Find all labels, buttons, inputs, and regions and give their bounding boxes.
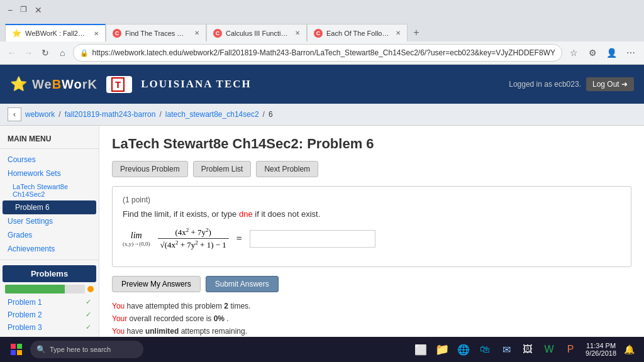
attempts-section: You have attempted this problem 2 times.… <box>112 300 631 338</box>
header-right: Logged in as ecb023. Log Out ➜ <box>509 77 634 91</box>
sidebar-item-grades[interactable]: Grades <box>0 228 99 242</box>
tab-label-following: Each Of The Following Func <box>326 30 389 37</box>
check-icon-2: ✓ <box>86 310 91 319</box>
notifications-icon[interactable]: 🔔 <box>619 339 639 359</box>
denominator: √(4x2 + 7y2 + 1) − 1 <box>158 239 229 251</box>
new-tab-button[interactable]: + <box>408 24 425 41</box>
answer-input[interactable] <box>250 230 375 248</box>
breadcrumb-webwork[interactable]: webwork <box>25 110 55 119</box>
taskbar-edge[interactable]: 🌐 <box>453 339 474 359</box>
sidebar-divider-2 <box>0 260 99 260</box>
address-bar-row: ← → ↻ ⌂ 🔒 https://webwork.latech.edu/web… <box>0 41 644 64</box>
breadcrumb-set[interactable]: latech_stewart8e_ch14sec2 <box>165 110 259 119</box>
menu-icon[interactable]: ⋯ <box>623 45 639 61</box>
attempts-line-3: You have unlimited attempts remaining. <box>112 325 631 337</box>
submit-answers-button[interactable]: Submit Answers <box>206 276 279 292</box>
window-controls[interactable]: − ❐ ✕ <box>5 5 45 15</box>
problem-item-3[interactable]: Problem 3✓ <box>0 321 99 334</box>
close-icon[interactable]: ✕ <box>32 5 45 15</box>
bookmark-icon[interactable]: ☆ <box>566 45 582 61</box>
app-header: ⭐ WeBWorK T LOUISIANA TECH Logged in as … <box>0 65 644 104</box>
problem-item-1[interactable]: Problem 1✓ <box>0 296 99 309</box>
problems-header: Problems <box>3 265 96 282</box>
address-bar[interactable]: 🔒 https://webwork.latech.edu/webwork2/Fa… <box>73 44 562 62</box>
progress-fill <box>5 285 65 293</box>
you-highlight-3: You <box>112 327 125 336</box>
lock-icon: 🔒 <box>80 49 89 57</box>
logged-in-text: Logged in as ecb023. <box>509 80 581 89</box>
start-button[interactable] <box>5 339 28 359</box>
sidebar-item-homework-sets[interactable]: Homework Sets <box>0 167 99 180</box>
header-left: ⭐ WeBWorK T LOUISIANA TECH <box>10 76 252 93</box>
next-problem-button[interactable]: Next Problem <box>256 161 318 177</box>
taskbar-word[interactable]: W <box>539 339 559 359</box>
problem-nav: Previous Problem Problem List Next Probl… <box>112 161 631 177</box>
extensions-icon[interactable]: ⚙ <box>585 45 601 61</box>
you-highlight-1: You <box>112 302 125 310</box>
tab-webwork[interactable]: ⭐ WeBWorK : Fall201819-I ✕ <box>5 24 106 41</box>
numerator: (4x2 + 7y2) <box>172 226 214 238</box>
home-button[interactable]: ⌂ <box>56 45 69 61</box>
progress-bar-container <box>5 285 94 293</box>
sidebar-item-problem6[interactable]: Problem 6 <box>3 200 96 214</box>
taskbar: 🔍 Type here to search ⬜ 📁 🌐 🛍 ✉ 🖼 W P 11… <box>0 337 644 362</box>
unlimited-text: unlimited <box>145 327 179 336</box>
sidebar-item-latech[interactable]: LaTech Stewart8e Ch14Sec2 <box>0 180 99 200</box>
problem-list-button[interactable]: Problem List <box>193 161 252 177</box>
tab-favicon-traces: C <box>113 29 121 38</box>
browser-chrome: − ❐ ✕ ⭐ WeBWorK : Fall201819-I ✕ C Find … <box>0 0 644 65</box>
taskbar-icons: ⬜ 📁 🌐 🛍 ✉ 🖼 W P <box>411 339 580 359</box>
attempts-remaining: attempts remaining. <box>181 327 247 336</box>
sidebar-item-courses[interactable]: Courses <box>0 153 99 167</box>
equals-sign: = <box>236 233 242 244</box>
progress-bar <box>5 285 85 293</box>
toolbar-icons: ☆ ⚙ 👤 ⋯ <box>566 45 639 61</box>
taskbar-photos[interactable]: 🖼 <box>518 339 538 359</box>
tab-following[interactable]: C Each Of The Following Func ✕ <box>307 24 408 41</box>
tab-bar: ⭐ WeBWorK : Fall201819-I ✕ C Find The Tr… <box>0 20 644 41</box>
prev-problem-button[interactable]: Previous Problem <box>112 161 188 177</box>
sidebar-divider-1 <box>0 148 99 149</box>
forward-button[interactable]: → <box>22 45 35 61</box>
minimize-icon[interactable]: − <box>5 5 15 15</box>
logout-button[interactable]: Log Out ➜ <box>586 77 634 91</box>
svg-rect-0 <box>11 344 16 349</box>
restore-icon[interactable]: ❐ <box>18 5 30 15</box>
tab-close-following[interactable]: ✕ <box>396 30 401 36</box>
tab-close-webwork[interactable]: ✕ <box>94 30 99 37</box>
user-profile-icon[interactable]: 👤 <box>604 45 620 61</box>
tab-traces[interactable]: C Find The Traces Of The Surf ✕ <box>106 24 206 41</box>
instruction-text: Find the limit, if it exists, or type <box>123 209 239 219</box>
breadcrumb-back-button[interactable]: ‹ <box>8 107 21 121</box>
check-icon-3: ✓ <box>86 323 91 332</box>
taskbar-task-view[interactable]: ⬜ <box>411 339 431 359</box>
sidebar-item-user-settings[interactable]: User Settings <box>0 214 99 228</box>
main-menu-label: MAIN MENU <box>0 131 99 145</box>
taskbar-mail[interactable]: ✉ <box>496 339 516 359</box>
math-formula: lim (x,y)→(0,0) (4x2 + 7y2) √(4x2 + 7y2 … <box>123 226 621 251</box>
taskbar-store[interactable]: 🛍 <box>475 339 495 359</box>
lim-text: lim <box>131 231 142 241</box>
reload-button[interactable]: ↻ <box>39 45 52 61</box>
breadcrumb-course[interactable]: fall201819-math243-barron <box>65 110 156 119</box>
tab-close-traces[interactable]: ✕ <box>194 30 199 36</box>
svg-rect-1 <box>17 344 22 349</box>
lt-logo: T <box>106 76 132 93</box>
title-bar: − ❐ ✕ <box>0 0 644 20</box>
tab-calculus[interactable]: C Calculus III Functions of S ✕ <box>206 24 307 41</box>
taskbar-powerpoint[interactable]: P <box>560 339 580 359</box>
breadcrumb-sep3: / <box>263 110 265 119</box>
taskbar-file-explorer[interactable]: 📁 <box>432 339 452 359</box>
preview-answers-button[interactable]: Preview My Answers <box>112 276 201 292</box>
tab-close-calculus[interactable]: ✕ <box>295 30 300 36</box>
main-layout: MAIN MENU Courses Homework Sets LaTech S… <box>0 126 644 362</box>
clock-date: 9/26/2018 <box>586 349 616 357</box>
problem-item-2[interactable]: Problem 2✓ <box>0 309 99 321</box>
content-area: LaTech Stewart8e Ch14Sec2: Problem 6 Pre… <box>99 126 644 362</box>
back-button[interactable]: ← <box>5 45 18 61</box>
taskbar-search-box[interactable]: 🔍 Type here to search <box>30 341 143 358</box>
search-icon: 🔍 <box>36 345 46 354</box>
score-end: . <box>226 314 228 323</box>
score-text: overall recorded score is <box>130 314 214 323</box>
sidebar-item-achievements[interactable]: Achievements <box>0 242 99 256</box>
